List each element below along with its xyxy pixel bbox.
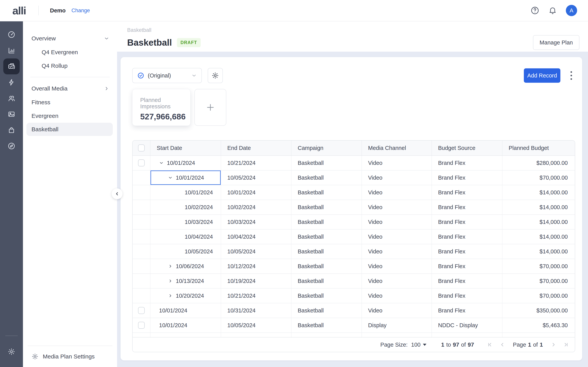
help-icon[interactable] (530, 6, 539, 15)
cell-end-date[interactable]: 10/31/2024 (221, 303, 292, 318)
cell-media-channel[interactable]: Video (362, 230, 432, 244)
cell-budget-source[interactable]: Brand Flex (432, 244, 502, 259)
cell-planned-budget[interactable]: $350,000.00 (502, 303, 575, 318)
cell-campaign[interactable]: Basketball (292, 318, 362, 333)
metric-card-planned-impressions[interactable]: Planned Impressions 527,966,686 (132, 89, 190, 126)
manage-plan-button[interactable]: Manage Plan (533, 35, 579, 50)
cell-media-channel[interactable]: Video (362, 259, 432, 273)
cell-campaign[interactable]: Basketball (292, 259, 362, 273)
cell-campaign[interactable]: Basketball (292, 200, 362, 214)
cell-row-select[interactable] (133, 303, 150, 318)
cell-budget-source[interactable]: Brand Flex (432, 289, 502, 303)
sidebar-item-q4-rollup[interactable]: Q4 Rollup (23, 59, 117, 73)
cell-media-channel[interactable]: Video (362, 289, 432, 303)
cell-end-date[interactable]: 10/05/2024 (221, 318, 292, 333)
cell-planned-budget[interactable]: $70,000.00 (502, 289, 575, 303)
first-page-icon[interactable] (487, 342, 493, 348)
cell-media-channel[interactable]: Video (362, 303, 432, 318)
cell-planned-budget[interactable]: $280,000.00 (502, 156, 575, 170)
column-header-start-date[interactable]: Start Date (150, 141, 221, 155)
cell-media-channel[interactable]: Video (362, 200, 432, 214)
cell-planned-budget[interactable]: $14,000.00 (502, 185, 575, 200)
page-size-select[interactable]: 100 (411, 342, 426, 348)
cell-end-date[interactable]: 10/12/2024 (221, 259, 292, 273)
cell-start-date[interactable]: 10/13/2024 (150, 274, 221, 288)
sidebar-item-overview[interactable]: Overview (23, 32, 117, 45)
discover-compass-icon[interactable] (3, 138, 20, 154)
header-checkbox-cell[interactable] (133, 141, 150, 155)
cell-budget-source[interactable]: Brand Flex (432, 303, 502, 318)
cell-budget-source[interactable]: NDDC - Display (432, 318, 502, 333)
grid-settings-button[interactable] (208, 68, 223, 83)
sidebar-item-fitness[interactable]: Fitness (23, 96, 117, 109)
cell-end-date[interactable]: 10/03/2024 (221, 215, 292, 229)
cell-row-select[interactable] (133, 318, 150, 333)
column-header-budget-source[interactable]: Budget Source (432, 141, 502, 155)
cell-campaign[interactable]: Basketball (292, 215, 362, 229)
cell-start-date[interactable]: 10/01/2024 (150, 170, 221, 185)
cell-end-date[interactable]: 10/05/2024 (221, 244, 292, 259)
row-checkbox[interactable] (138, 322, 145, 329)
cell-start-date[interactable]: 10/06/2024 (150, 259, 221, 273)
cell-end-date[interactable]: 10/21/2024 (221, 289, 292, 303)
media-plan-settings-button[interactable]: Media Plan Settings (28, 346, 112, 367)
cell-budget-source[interactable]: Brand Flex (432, 274, 502, 288)
cell-planned-budget[interactable]: $70,000.00 (502, 170, 575, 185)
cell-row-select[interactable] (133, 200, 150, 214)
cell-campaign[interactable]: Basketball (292, 303, 362, 318)
row-expand-chevron-right-icon[interactable] (168, 264, 173, 268)
lightning-automation-icon[interactable] (3, 74, 20, 90)
cell-row-select[interactable] (133, 156, 150, 170)
cell-campaign[interactable]: Basketball (292, 289, 362, 303)
cell-media-channel[interactable]: Video (362, 215, 432, 229)
settings-gear-icon[interactable] (3, 344, 20, 360)
media-plans-icon[interactable] (3, 58, 20, 74)
marketplace-bag-icon[interactable] (3, 122, 20, 138)
cell-media-channel[interactable]: Video (362, 185, 432, 200)
column-header-planned-budget[interactable]: Planned Budget (502, 141, 575, 155)
cell-end-date[interactable]: 10/21/2024 (221, 156, 292, 170)
sidebar-item-evergreen[interactable]: Evergreen (23, 109, 117, 123)
cell-budget-source[interactable]: Brand Flex (432, 200, 502, 214)
creative-image-icon[interactable] (3, 106, 20, 122)
audiences-users-icon[interactable] (3, 90, 20, 106)
row-checkbox[interactable] (138, 307, 145, 314)
sidebar-item-q4-evergreen[interactable]: Q4 Evergreen (23, 45, 117, 59)
cell-planned-budget[interactable]: $70,000.00 (502, 274, 575, 288)
row-checkbox[interactable] (138, 159, 145, 167)
cell-row-select[interactable] (133, 274, 150, 288)
cell-budget-source[interactable]: Brand Flex (432, 185, 502, 200)
cell-end-date[interactable]: 10/05/2024 (221, 170, 292, 185)
cell-start-date[interactable]: 10/02/2024 (150, 200, 221, 214)
cell-campaign[interactable]: Basketball (292, 170, 362, 185)
add-metric-card-button[interactable] (194, 89, 226, 126)
row-expand-chevron-right-icon[interactable] (168, 279, 173, 283)
cell-planned-budget[interactable]: $14,000.00 (502, 230, 575, 244)
row-expand-chevron-down-icon[interactable] (159, 161, 164, 165)
cell-row-select[interactable] (133, 170, 150, 185)
cell-start-date[interactable]: 10/05/2024 (150, 244, 221, 259)
cell-planned-budget[interactable]: $70,000.00 (502, 259, 575, 273)
sidebar-item-overall-media[interactable]: Overall Media (23, 82, 117, 96)
last-page-icon[interactable] (563, 342, 569, 348)
kebab-menu-icon[interactable] (567, 71, 575, 80)
cell-budget-source[interactable]: Brand Flex (432, 170, 502, 185)
cell-budget-source[interactable]: Brand Flex (432, 259, 502, 273)
row-expand-chevron-down-icon[interactable] (168, 175, 173, 180)
cell-campaign[interactable]: Basketball (292, 185, 362, 200)
cell-budget-source[interactable]: Brand Flex (432, 230, 502, 244)
change-client-link[interactable]: Change (71, 8, 90, 14)
cell-start-date[interactable]: 10/01/2024 (150, 156, 221, 170)
cell-campaign[interactable]: Basketball (292, 230, 362, 244)
row-expand-chevron-right-icon[interactable] (168, 293, 173, 298)
select-all-checkbox[interactable] (138, 144, 145, 151)
cell-row-select[interactable] (133, 185, 150, 200)
cell-media-channel[interactable]: Video (362, 170, 432, 185)
sidebar-collapse-button[interactable] (112, 188, 122, 199)
cell-start-date[interactable]: 10/01/2024 (150, 303, 221, 318)
cell-start-date[interactable]: 10/20/2024 (150, 289, 221, 303)
cell-campaign[interactable]: Basketball (292, 244, 362, 259)
cell-media-channel[interactable]: Display (362, 318, 432, 333)
cell-start-date[interactable]: 10/01/2024 (150, 318, 221, 333)
cell-media-channel[interactable]: Video (362, 274, 432, 288)
